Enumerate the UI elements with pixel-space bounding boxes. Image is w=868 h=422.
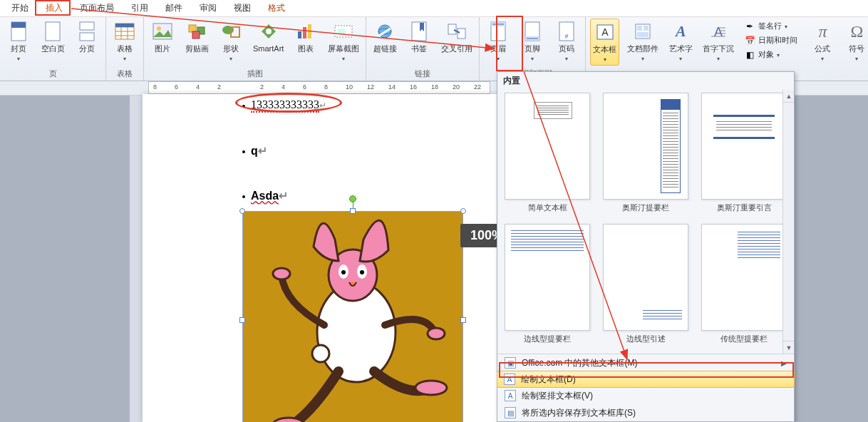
blank-page-button[interactable]: 空白页 [38,19,67,55]
dropdown-menu: ▣ Office.com 中的其他文本框(M) ▶ A 绘制文本框(D) A 绘… [497,354,794,421]
scroll-down-icon[interactable]: ▼ [783,341,794,354]
header-button[interactable]: 页眉▾ [484,19,512,64]
cover-page-button[interactable]: 封页▾ [4,19,33,64]
date-icon: 📅 [744,35,755,46]
obj-icon: ◧ [744,49,755,61]
equation-button[interactable]: π 公式▾ [808,19,837,64]
rotate-handle[interactable] [349,195,356,202]
tab-layout[interactable]: 页面布局 [71,0,123,16]
resize-handle-tr[interactable] [460,208,466,214]
svg-rect-13 [115,24,134,27]
resize-handle-tl[interactable] [239,208,245,214]
quickparts-icon [631,20,654,43]
ruler-tick: 18 [431,83,438,91]
tab-review[interactable]: 审阅 [191,0,225,16]
blank-icon [41,20,64,43]
chart-button[interactable]: 图表 [291,19,320,55]
selection-border [242,211,463,422]
group-pages: 封页▾ 空白页 分页 页 [0,17,106,81]
svg-rect-43 [644,26,649,31]
svg-text:#: # [565,33,569,40]
group-illustrations-label: 插图 [148,68,361,81]
tab-view[interactable]: 视图 [225,0,259,16]
pagenumber-button[interactable]: # 页码▾ [552,19,581,64]
crossref-icon [445,20,468,43]
resize-handle-rm[interactable] [460,317,466,323]
svg-rect-5 [80,22,94,30]
thumb-simple[interactable]: 简单文本框 [500,93,594,220]
menu-save-selection[interactable]: ▤ 将所选内容保存到文本框库(S) [497,404,794,421]
footer-button[interactable]: 页脚▾ [518,19,547,64]
tab-insert[interactable]: 插入 [37,0,71,16]
svg-rect-6 [80,33,94,41]
thumb-margin-sidebar[interactable]: 边线型提要栏 [500,224,594,351]
screenshot-button[interactable]: 屏幕截图▾ [326,19,361,64]
ruler-tick: 6 [175,83,178,91]
hyperlink-button[interactable]: 超链接 [371,19,399,55]
doc-text-q: q [251,145,258,157]
image-selection[interactable]: 100% [242,211,463,422]
svg-text:A: A [601,26,609,38]
table-button[interactable]: 表格▾ [110,19,139,64]
datetime-button[interactable]: 📅日期和时间 [742,34,800,47]
symbol-label: 符号 [849,44,864,53]
group-symbols: π 公式▾ Ω 符号▾ # 编号 符号 [804,17,868,81]
quickparts-button[interactable]: 文档部件▾ [625,19,661,64]
tab-references[interactable]: 引用 [123,0,157,16]
resize-handle-tm[interactable] [350,208,356,214]
crossref-button[interactable]: 交叉引用 [439,19,475,55]
scroll-up-icon[interactable]: ▲ [783,90,794,103]
gallery-scrollbar[interactable]: ▲ ▼ [782,90,794,354]
thumb-label: 传统型提要栏 [697,334,791,344]
shapes-button[interactable]: 形状▾ [217,19,245,64]
dropdown-gallery: 简单文本框 奥斯汀提要栏 奥斯汀重要引言 边线型提要栏 边线型引述 传统型提要栏… [497,90,794,354]
page[interactable]: 133333333333↵ q↵ Asda↵ [143,94,499,422]
pagebreak-label: 分页 [79,44,95,53]
sigline-button[interactable]: ✒签名行▾ [742,20,800,33]
ruler-tick: 12 [367,83,374,91]
svg-rect-23 [308,24,311,38]
menu-draw-textbox[interactable]: A 绘制文本框(D) [497,371,795,388]
thumb-traditional[interactable]: 传统型提要栏 [697,224,791,351]
doc-text-asda: Asda [251,190,279,202]
svg-point-20 [266,29,272,34]
footer-icon [521,20,544,43]
svg-rect-30 [458,29,465,38]
tab-mailings[interactable]: 邮件 [157,0,191,16]
cover-icon [7,20,30,43]
object-button[interactable]: ◧对象▾ [742,48,800,61]
clipart-button[interactable]: 剪贴画 [182,19,211,55]
dropcap-icon: A [707,20,730,43]
tab-home[interactable]: 开始 [3,0,37,16]
ruler-tick: 4 [281,83,285,91]
tab-format[interactable]: 格式 [259,0,294,16]
table-icon [113,20,136,43]
pagebreak-button[interactable]: 分页 [73,19,101,55]
tab-bar: 开始 插入 页面布局 引用 邮件 审阅 视图 格式 [0,0,868,17]
header-icon [487,20,510,43]
screenshot-icon [332,20,355,43]
ruler-tick: 14 [388,83,396,91]
menu-office-more[interactable]: ▣ Office.com 中的其他文本框(M) ▶ [497,354,794,371]
svg-text:A: A [714,25,723,39]
thumb-margin-quote[interactable]: 边线型引述 [599,224,693,351]
textbox-button[interactable]: A 文本框▾ [590,19,619,66]
smartart-button[interactable]: SmartArt [251,19,286,55]
svg-rect-22 [303,27,306,38]
horizontal-ruler[interactable]: 8 6 4 2 2 4 6 8 10 12 14 16 18 20 22 [148,81,490,94]
ruler-tick: 22 [474,83,481,91]
resize-handle-lm[interactable] [239,317,245,323]
thumb-label: 边线型提要栏 [500,334,594,344]
thumb-austin-sidebar[interactable]: 奥斯汀提要栏 [599,93,693,220]
dropcap-button[interactable]: A 首字下沉▾ [701,19,736,64]
menu-draw-vertical[interactable]: A 绘制竖排文本框(V) [497,387,794,404]
vertical-ruler[interactable] [130,96,144,422]
wordart-button[interactable]: A 艺术字▾ [666,19,695,64]
bookmark-button[interactable]: 书签 [405,19,433,55]
vertical-textbox-icon: A [505,390,516,401]
equation-icon: π [811,20,834,43]
thumb-austin-quote[interactable]: 奥斯汀重要引言 [697,93,791,220]
picture-button[interactable]: 图片 [148,19,177,55]
symbol-button[interactable]: Ω 符号▾ [842,19,868,64]
annotation-circle [235,93,342,113]
